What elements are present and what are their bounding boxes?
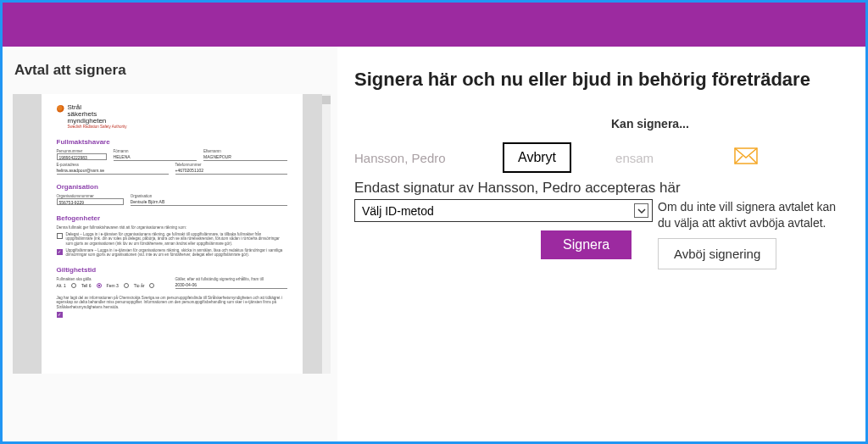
radio-opt4 bbox=[149, 283, 154, 288]
section-fullmaktshavare: Fullmaktshavare bbox=[57, 138, 287, 146]
top-bar bbox=[3, 3, 865, 47]
radio-opt2-label: Tell 6 bbox=[81, 283, 92, 288]
label-giltighet: Fullmakten ska gälla bbox=[57, 277, 169, 281]
radio-opt3 bbox=[124, 283, 129, 288]
section-organisation: Organisation bbox=[57, 183, 287, 191]
mail-icon[interactable] bbox=[734, 147, 758, 168]
value-org: Dentsole Björn AB bbox=[131, 198, 287, 206]
logo-line3: myndigheten bbox=[68, 118, 127, 125]
radio-opt1-label: Alt. 1 bbox=[57, 283, 66, 288]
document-page: Strål säkerhets myndigheten Swedish Radi… bbox=[42, 94, 303, 374]
radio-opt2 bbox=[97, 283, 102, 288]
sign-button[interactable]: Signera bbox=[541, 230, 632, 259]
doc-scrollbar[interactable] bbox=[322, 94, 331, 374]
value-epost: helina.asadpour@ssm.se bbox=[57, 167, 169, 175]
value-personnummer: 198904222983 bbox=[57, 153, 107, 160]
logo: Strål säkerhets myndigheten Swedish Radi… bbox=[57, 104, 287, 130]
accept-notice: Endast signatur av Hansson, Pedro accept… bbox=[354, 180, 842, 197]
befogenheter-intro: Denna fullmakt ger fullmaktshavaren rätt… bbox=[57, 225, 287, 230]
value-efternamn: MAGNEPOUR bbox=[203, 153, 287, 161]
sign-heading: Signera här och nu eller bjud in behörig… bbox=[354, 65, 842, 93]
text-uppgiftslamnare: Uppgiftslämnare – Logga in i e-tjänsten … bbox=[66, 248, 287, 258]
decline-button[interactable]: Avböj signering bbox=[658, 238, 776, 269]
acknowledgement-text: Jag har lagit del av informationen på Ch… bbox=[57, 296, 287, 309]
value-telefon: +46702051102 bbox=[175, 167, 287, 175]
sign-actions: Välj ID-metod Signera bbox=[354, 199, 653, 259]
value-giltig-till: 2030-04-06 bbox=[175, 281, 287, 289]
alone-text: ensam bbox=[615, 151, 734, 165]
chevron-down-icon bbox=[634, 203, 648, 218]
signer-name: Hansson, Pedro bbox=[354, 151, 503, 165]
logo-mark-icon bbox=[57, 105, 64, 113]
radio-opt4-label: Tio år bbox=[134, 283, 145, 288]
value-fornamn: HELENA bbox=[114, 153, 197, 161]
signer-row: Hansson, Pedro Avbryt ensam bbox=[354, 142, 842, 173]
doc-scrollbar-thumb[interactable] bbox=[322, 96, 331, 104]
checkbox-ack: ✓ bbox=[57, 312, 63, 318]
logo-subtitle: Swedish Radiation Safety Authority bbox=[68, 125, 127, 130]
right-panel: Signera här och nu eller bjud in behörig… bbox=[337, 47, 865, 441]
left-panel: Avtal att signera Strål säkerhets myndig… bbox=[3, 47, 337, 441]
value-orgnr: 556753-9229 bbox=[57, 198, 124, 205]
id-method-select[interactable]: Välj ID-metod bbox=[354, 199, 653, 222]
radio-opt1 bbox=[71, 283, 76, 288]
decline-note: Om du inte vill signera avtalet kan du v… bbox=[658, 199, 842, 231]
radio-row: Alt. 1 Tell 6 Fem 3 Tio år bbox=[57, 283, 169, 288]
cancel-button[interactable]: Avbryt bbox=[503, 142, 571, 173]
content: Avtal att signera Strål säkerhets myndig… bbox=[3, 47, 865, 441]
text-delegat: Delegat – Logga in i e-tjänsten för orga… bbox=[66, 232, 287, 246]
id-method-placeholder: Välj ID-metod bbox=[362, 204, 434, 218]
can-sign-label: Kan signera... bbox=[611, 117, 842, 130]
logo-text: Strål säkerhets myndigheten Swedish Radi… bbox=[68, 104, 127, 130]
checkbox-delegat bbox=[57, 233, 63, 239]
lower-row: Välj ID-metod Signera Om du inte vill si… bbox=[354, 199, 842, 269]
radio-opt3-label: Fem 3 bbox=[107, 283, 119, 288]
document-preview[interactable]: Strål säkerhets myndigheten Swedish Radi… bbox=[13, 94, 331, 374]
section-befogenheter: Befogenheter bbox=[57, 214, 287, 222]
checkbox-uppgiftslamnare: ✓ bbox=[57, 249, 63, 255]
section-giltighetstid: Giltighetstid bbox=[57, 266, 287, 274]
decline-actions: Om du inte vill signera avtalet kan du v… bbox=[653, 199, 842, 269]
left-panel-title: Avtal att signera bbox=[14, 62, 337, 79]
